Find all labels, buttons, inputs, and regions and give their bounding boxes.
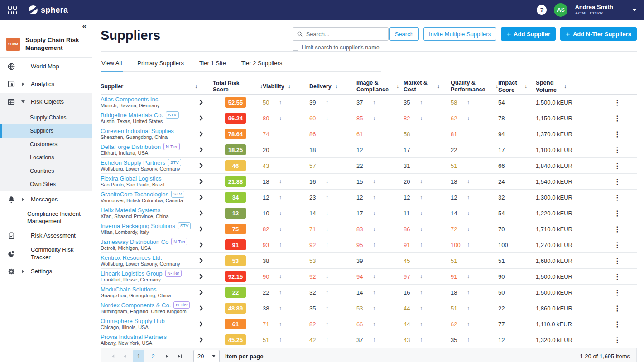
sidebar-item-customers[interactable]: Customers xyxy=(0,138,92,151)
help-icon[interactable]: ? xyxy=(537,5,547,15)
add-ntier-suppliers-button[interactable]: + Add N-Tier Suppliers xyxy=(560,27,637,41)
sidebar-item-locations[interactable]: Locations xyxy=(0,151,92,164)
chevron-right-icon[interactable] xyxy=(197,337,202,342)
supplier-name-link[interactable]: Nordex Components & Co. xyxy=(101,302,171,309)
sidebar-collapse-icon[interactable]: « xyxy=(82,22,87,31)
row-menu-kebab-icon[interactable]: ⋮ xyxy=(614,225,621,233)
sidebar-item-compliance-incident-management[interactable]: Compliance Incident Management xyxy=(0,209,92,227)
column-header-image-compliance[interactable]: Image & Compliance↓ xyxy=(356,80,404,93)
row-menu-kebab-icon[interactable]: ⋮ xyxy=(614,272,621,281)
sidebar-item-world-map[interactable]: World Map xyxy=(0,58,92,76)
sidebar-item-countries[interactable]: Countries xyxy=(0,164,92,178)
chevron-right-icon[interactable] xyxy=(197,131,202,136)
search-input[interactable] xyxy=(306,31,384,38)
chevron-right-icon[interactable] xyxy=(197,242,202,247)
sort-icon[interactable]: ↓ xyxy=(335,83,338,90)
column-header-impact-score[interactable]: Impact Score↓ xyxy=(498,79,536,93)
row-menu-kebab-icon[interactable]: ⋮ xyxy=(614,114,621,123)
row-menu-kebab-icon[interactable]: ⋮ xyxy=(614,98,621,107)
chevron-right-icon[interactable] xyxy=(197,115,202,120)
chevron-right-icon[interactable] xyxy=(197,258,202,263)
sidebar-item-own-sites[interactable]: Own Sites xyxy=(0,177,92,191)
limit-search-checkbox[interactable] xyxy=(293,45,298,51)
row-menu-kebab-icon[interactable]: ⋮ xyxy=(614,162,621,170)
chevron-right-icon[interactable] xyxy=(197,195,202,200)
row-menu-kebab-icon[interactable]: ⋮ xyxy=(614,320,621,329)
pagination-prev-icon[interactable] xyxy=(120,351,130,361)
supplier-name-link[interactable]: Bridgeline Materials Co. xyxy=(101,112,163,119)
supplier-name-link[interactable]: Flexira Global Logistics xyxy=(101,175,161,182)
supplier-name-link[interactable]: Kentrox Resources Ltd. xyxy=(101,254,162,262)
supplier-name-link[interactable]: Jamesway Distribution Co xyxy=(101,238,168,246)
column-header-viability[interactable]: Viability↓ xyxy=(263,83,309,90)
sort-icon[interactable]: ↓ xyxy=(564,83,567,90)
supplier-name-link[interactable]: Provia Industrial Partners xyxy=(101,333,167,341)
tab-tier-2-suppliers[interactable]: Tier 2 Suppliers xyxy=(240,59,284,72)
chevron-right-icon[interactable] xyxy=(197,163,202,168)
sort-icon[interactable]: ↓ xyxy=(195,83,197,90)
column-header-supplier[interactable]: Supplier↓ xyxy=(101,83,208,90)
chevron-right-icon[interactable] xyxy=(197,290,202,295)
row-menu-kebab-icon[interactable]: ⋮ xyxy=(614,257,621,265)
app-grid-icon[interactable] xyxy=(8,6,17,14)
chevron-right-icon[interactable] xyxy=(197,226,202,231)
page-size-select[interactable]: 20 xyxy=(193,350,220,362)
pagination-next-icon[interactable] xyxy=(162,351,172,361)
sort-icon[interactable]: ↓ xyxy=(524,83,527,90)
row-menu-kebab-icon[interactable]: ⋮ xyxy=(614,209,621,218)
column-header-quality-performance[interactable]: Quality & Performance↓ xyxy=(451,80,498,93)
sidebar-item-settings[interactable]: Settings xyxy=(0,263,92,281)
row-menu-kebab-icon[interactable]: ⋮ xyxy=(614,146,621,154)
row-menu-kebab-icon[interactable]: ⋮ xyxy=(614,288,621,297)
chevron-right-icon[interactable] xyxy=(197,210,202,215)
sidebar-item-risk-assessment[interactable]: Risk Assessment xyxy=(0,227,92,244)
pagination-first-icon[interactable] xyxy=(107,351,117,361)
sort-icon[interactable]: ↓ xyxy=(288,83,291,90)
sidebar-item-messages[interactable]: Messages xyxy=(0,191,92,209)
row-menu-kebab-icon[interactable]: ⋮ xyxy=(614,241,621,249)
column-header-spend-volume[interactable]: Spend Volume↓ xyxy=(536,79,598,93)
sidebar-item-supply-chains[interactable]: Supply Chains xyxy=(0,111,92,124)
row-menu-kebab-icon[interactable]: ⋮ xyxy=(614,177,621,186)
row-menu-kebab-icon[interactable]: ⋮ xyxy=(614,130,621,138)
column-header-delivery[interactable]: Delivery↓ xyxy=(309,83,356,90)
column-header-total-risk-score[interactable]: Total Risk Score↓ xyxy=(208,80,263,93)
pagination-last-icon[interactable] xyxy=(174,351,184,361)
tab-primary-suppliers[interactable]: Primary Suppliers xyxy=(136,59,185,72)
row-menu-kebab-icon[interactable]: ⋮ xyxy=(614,336,621,344)
supplier-name-link[interactable]: Helix Material Systems xyxy=(101,207,160,214)
chevron-right-icon[interactable] xyxy=(197,179,202,184)
chevron-right-icon[interactable] xyxy=(197,147,202,152)
sidebar-item-commodity-risk-tracker[interactable]: Commodity Risk Tracker xyxy=(0,244,92,263)
tab-tier-1-site[interactable]: Tier 1 Site xyxy=(198,59,227,72)
row-menu-kebab-icon[interactable]: ⋮ xyxy=(614,304,621,313)
user-menu-chevron-down-icon[interactable] xyxy=(632,9,637,11)
tab-view-all[interactable]: View All xyxy=(101,59,123,72)
supplier-name-link[interactable]: DeltaForge Distribution xyxy=(101,143,161,151)
supplier-name-link[interactable]: ModuChain Solutions xyxy=(101,286,157,293)
chevron-right-icon[interactable] xyxy=(197,274,202,279)
supplier-name-link[interactable]: Echelon Supply Partners xyxy=(101,159,165,167)
sidebar-item-analytics[interactable]: Analytics xyxy=(0,76,92,93)
avatar[interactable]: AS xyxy=(554,3,567,17)
supplier-name-link[interactable]: Omnisphere Supply Hub xyxy=(101,318,165,325)
sidebar-item-risk-objects[interactable]: Risk Objects xyxy=(0,93,92,111)
chevron-right-icon[interactable] xyxy=(197,100,202,105)
supplier-name-link[interactable]: Inverria Packaging Solutions xyxy=(101,223,175,230)
chevron-right-icon[interactable] xyxy=(197,321,202,326)
brand-logo[interactable]: sphera xyxy=(29,5,68,15)
search-button[interactable]: Search xyxy=(389,27,419,41)
invite-multiple-suppliers-button[interactable]: Invite Multiple Suppliers xyxy=(423,27,496,41)
supplier-name-link[interactable]: GraniteCore Technologies xyxy=(101,191,168,198)
sidebar-item-suppliers[interactable]: Suppliers xyxy=(0,124,92,138)
supplier-name-link[interactable]: Corevien Industrial Supplies xyxy=(101,128,174,135)
sort-icon[interactable]: ↓ xyxy=(437,83,440,90)
row-menu-kebab-icon[interactable]: ⋮ xyxy=(614,193,621,202)
supplier-name-link[interactable]: Lineark Logistics Group xyxy=(101,270,163,277)
supplier-name-link[interactable]: Atlas Components Inc. xyxy=(101,96,160,103)
pagination-page-2[interactable]: 2 xyxy=(147,350,159,362)
chevron-right-icon[interactable] xyxy=(197,305,202,310)
pagination-page-1[interactable]: 1 xyxy=(133,350,144,362)
sort-icon[interactable]: ↓ xyxy=(396,83,399,90)
add-supplier-button[interactable]: + Add Supplier xyxy=(501,27,556,41)
